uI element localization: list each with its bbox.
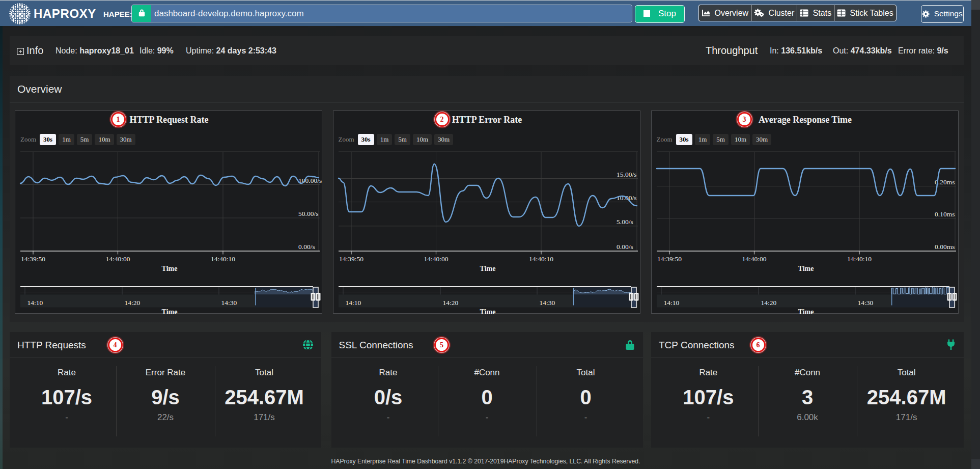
svg-text:14:40:10: 14:40:10 — [528, 255, 553, 263]
svg-text:Time: Time — [480, 265, 495, 272]
svg-text:0.00/s: 0.00/s — [617, 243, 633, 251]
svg-text:14:40:10: 14:40:10 — [211, 255, 235, 263]
svg-text:14:40:00: 14:40:00 — [105, 255, 130, 263]
svg-text:14:10: 14:10 — [663, 299, 679, 307]
svg-text:0.00/s: 0.00/s — [298, 243, 315, 251]
svg-text:14:40:00: 14:40:00 — [424, 255, 448, 263]
svg-text:14:39:50: 14:39:50 — [657, 255, 681, 263]
svg-text:14:20: 14:20 — [761, 299, 776, 307]
svg-text:Time: Time — [480, 308, 495, 316]
svg-text:14:20: 14:20 — [442, 299, 458, 307]
svg-text:Time: Time — [162, 308, 178, 316]
svg-text:0.10ms: 0.10ms — [935, 210, 955, 218]
svg-text:14:40:10: 14:40:10 — [847, 255, 871, 263]
svg-text:14:20: 14:20 — [125, 299, 141, 307]
svg-text:Time: Time — [162, 265, 178, 272]
svg-text:14:30: 14:30 — [221, 299, 237, 307]
svg-text:14:39:50: 14:39:50 — [339, 255, 363, 263]
svg-text:50.00/s: 50.00/s — [298, 210, 318, 217]
svg-text:5.00/s: 5.00/s — [617, 218, 633, 226]
svg-text:Time: Time — [798, 265, 814, 272]
svg-text:14:40:00: 14:40:00 — [742, 255, 766, 263]
svg-text:Time: Time — [798, 308, 814, 316]
svg-text:15.00/s: 15.00/s — [617, 171, 636, 178]
svg-text:0.00ms: 0.00ms — [935, 243, 955, 251]
svg-text:14:30: 14:30 — [857, 299, 873, 307]
svg-text:14:10: 14:10 — [345, 299, 361, 307]
svg-text:14:39:50: 14:39:50 — [21, 255, 45, 263]
svg-text:14:10: 14:10 — [27, 299, 43, 307]
svg-text:14:30: 14:30 — [539, 299, 555, 307]
